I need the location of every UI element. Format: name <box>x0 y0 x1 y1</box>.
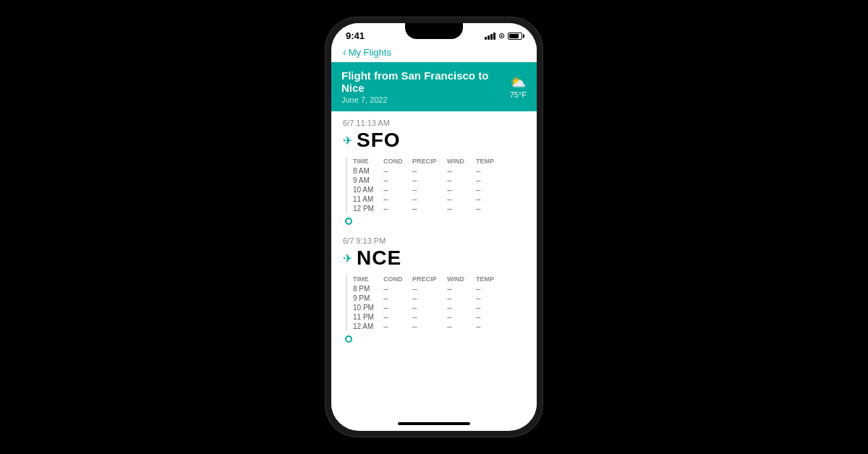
table-row: 8 PM -- -- -- -- <box>353 284 525 294</box>
wifi-icon: ⊛ <box>498 31 505 40</box>
table-row: 8 AM -- -- -- -- <box>353 166 525 176</box>
weather-table-nce: TIME COND PRECIP WIND TEMP 8 PM -- -- --… <box>346 275 525 331</box>
table-row: 10 PM -- -- -- -- <box>353 303 525 312</box>
weather-table-sfo-header: TIME COND PRECIP WIND TEMP <box>353 158 525 165</box>
flight-header: Flight from San Francisco to Nice June 7… <box>331 62 537 111</box>
segment-sfo-header: 6/7 11:13 AM <box>343 119 525 127</box>
segment-nce-datetime: 6/7 9:13 PM <box>343 236 386 245</box>
segment-dot-nce <box>345 335 352 343</box>
notch <box>405 23 463 39</box>
flight-header-left: Flight from San Francisco to Nice June 7… <box>341 69 510 104</box>
signal-icon <box>485 33 495 40</box>
back-chevron-icon: ‹ <box>343 46 346 58</box>
table-row: 12 AM -- -- -- -- <box>353 322 525 331</box>
table-row: 10 AM -- -- -- -- <box>353 185 525 194</box>
nav-bar: ‹ My Flights <box>331 44 537 62</box>
weather-widget: ⛅ 75°F <box>510 74 527 99</box>
table-row: 11 AM -- -- -- -- <box>353 194 525 204</box>
back-button[interactable]: ‹ My Flights <box>343 47 525 58</box>
weather-table-sfo: TIME COND PRECIP WIND TEMP 8 AM -- -- --… <box>346 158 525 213</box>
battery-icon <box>508 33 522 40</box>
segment-nce-airport-row: ✈ NCE <box>343 247 525 270</box>
status-bar: 9:41 ⊛ <box>331 23 537 44</box>
back-label: My Flights <box>349 47 391 58</box>
segment-sfo: 6/7 11:13 AM ✈ SFO TIME COND PRECIP WIND… <box>331 111 537 229</box>
plane-icon-nce: ✈ <box>343 252 352 265</box>
plane-icon-sfo: ✈ <box>343 134 352 147</box>
table-row: 11 PM -- -- -- -- <box>353 312 525 322</box>
segment-nce-header: 6/7 9:13 PM <box>343 236 525 245</box>
home-indicator <box>398 422 470 425</box>
airport-code-nce: NCE <box>357 247 401 270</box>
weather-icon: ⛅ <box>510 74 526 90</box>
segment-nce: 6/7 9:13 PM ✈ NCE TIME COND PRECIP WIND … <box>331 229 537 347</box>
status-icons: ⊛ <box>485 31 522 40</box>
table-row: 9 PM -- -- -- -- <box>353 294 525 303</box>
segment-sfo-datetime: 6/7 11:13 AM <box>343 119 390 127</box>
weather-table-nce-header: TIME COND PRECIP WIND TEMP <box>353 275 525 283</box>
segment-dot-sfo <box>345 218 352 225</box>
flight-title: Flight from San Francisco to Nice <box>341 69 510 94</box>
phone-frame: 9:41 ⊛ ‹ My Flights <box>326 17 542 437</box>
table-row: 12 PM -- -- -- -- <box>353 204 525 213</box>
temperature-label: 75°F <box>510 90 527 99</box>
status-time: 9:41 <box>346 30 365 41</box>
segment-sfo-airport-row: ✈ SFO <box>343 129 525 152</box>
table-row: 9 AM -- -- -- -- <box>353 176 525 185</box>
phone-screen: 9:41 ⊛ ‹ My Flights <box>331 23 537 431</box>
flight-date: June 7, 2022 <box>341 95 510 104</box>
airport-code-sfo: SFO <box>357 129 401 152</box>
content-area[interactable]: 6/7 11:13 AM ✈ SFO TIME COND PRECIP WIND… <box>331 111 537 418</box>
